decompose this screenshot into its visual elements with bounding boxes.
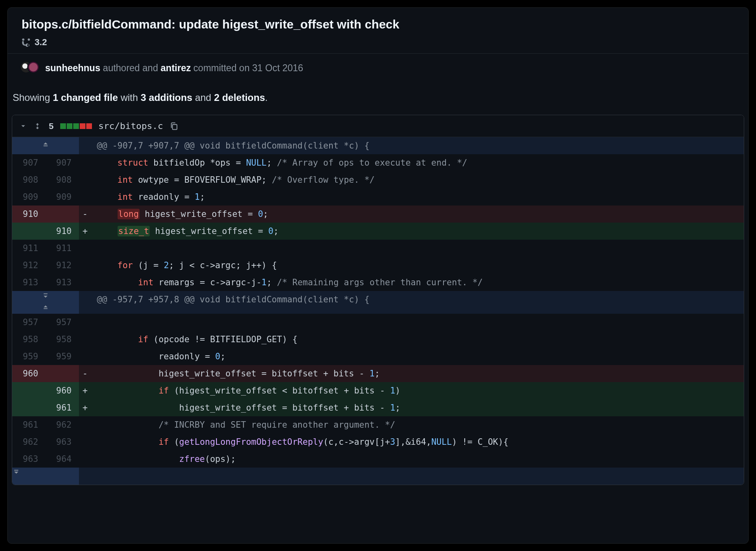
branch-row: 3.2 (22, 37, 734, 48)
diff-line[interactable]: 960- higest_write_offset = bitoffset + b… (12, 365, 744, 382)
diff-summary: Showing 1 changed file with 3 additions … (8, 82, 748, 115)
commit-header: bitops.c/bitfieldCommand: update higest_… (8, 8, 748, 53)
diff-line[interactable]: 907907 struct bitfieldOp *ops = NULL; /*… (12, 154, 744, 171)
hunk-header: @@ -957,7 +957,8 @@ void bitfieldCommand… (91, 291, 744, 314)
diff-line[interactable]: 959959 readonly = 0; (12, 348, 744, 365)
diff-line[interactable]: 962963 if (getLongLongFromObjectOrReply(… (12, 433, 744, 450)
diffstat (60, 123, 92, 129)
diff-line[interactable]: 913913 int remargs = c->argc-j-1; /* Rem… (12, 274, 744, 291)
diff-line[interactable]: 910- long higest_write_offset = 0; (12, 206, 744, 223)
svg-rect-0 (173, 124, 177, 129)
avatar-stack (20, 61, 39, 75)
diff-line[interactable]: 909909 int readonly = 1; (12, 188, 744, 206)
change-count: 5 (49, 121, 54, 131)
avatar[interactable] (27, 61, 39, 73)
file-diff: 5 src/bitops.c @@ -907,7 +907,7 @@ void … (12, 115, 744, 485)
commit-date: on 31 Oct 2016 (239, 63, 303, 73)
committer-link[interactable]: antirez (161, 63, 191, 73)
author-link[interactable]: sunheehnus (45, 63, 100, 73)
diff-line[interactable]: 961+ higest_write_offset = bitoffset + b… (12, 399, 744, 416)
diff-line[interactable]: 912912 for (j = 2; j < c->argc; j++) { (12, 257, 744, 274)
diff-line[interactable]: 963964 zfree(ops); (12, 450, 744, 468)
commit-title: bitops.c/bitfieldCommand: update higest_… (22, 17, 734, 31)
diff-line[interactable]: 911911 (12, 240, 744, 257)
svg-rect-4 (14, 470, 18, 471)
svg-rect-2 (44, 293, 47, 294)
branch-icon (22, 38, 31, 47)
expand-icon[interactable] (33, 122, 42, 130)
diff-line[interactable]: 961962 /* INCRBY and SET require another… (12, 416, 744, 433)
diff-line[interactable]: 957957 (12, 314, 744, 331)
expand-hunk[interactable] (12, 291, 79, 314)
svg-rect-3 (44, 308, 47, 309)
chevron-down-icon[interactable] (20, 122, 27, 130)
diff-line[interactable]: 960+ if (higest_write_offset < bitoffset… (12, 382, 744, 399)
author-line: sunheehnus authored and antirez committe… (45, 63, 303, 74)
file-path[interactable]: src/bitops.c (98, 121, 163, 131)
author-bar: sunheehnus authored and antirez committe… (8, 53, 748, 82)
svg-rect-1 (44, 146, 48, 146)
branch-name[interactable]: 3.2 (35, 37, 47, 48)
diff-table: @@ -907,7 +907,7 @@ void bitfieldCommand… (12, 137, 744, 485)
copy-icon[interactable] (170, 122, 179, 131)
hunk-header: @@ -907,7 +907,7 @@ void bitfieldCommand… (91, 137, 744, 154)
file-header: 5 src/bitops.c (12, 115, 744, 137)
diff-line[interactable]: 910+ size_t higest_write_offset = 0; (12, 223, 744, 240)
diff-line[interactable]: 908908 int owtype = BFOVERFLOW_WRAP; /* … (12, 171, 744, 188)
expand-hunk[interactable] (12, 137, 79, 154)
diff-line[interactable]: 958958 if (opcode != BITFIELDOP_GET) { (12, 331, 744, 348)
expand-hunk[interactable] (12, 468, 79, 485)
commit-view: bitops.c/bitfieldCommand: update higest_… (7, 7, 749, 544)
